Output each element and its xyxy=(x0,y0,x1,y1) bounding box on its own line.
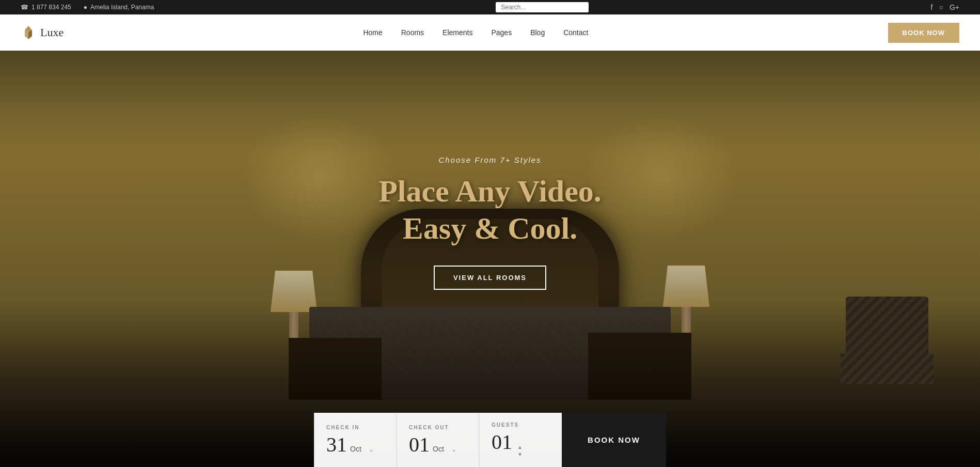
hero-title: Place Any Video. Easy & Cool. xyxy=(378,173,602,247)
guests-number: 01 xyxy=(492,432,512,453)
booking-submit-button[interactable]: BOOK NOW xyxy=(562,413,666,467)
hero-content: Choose From 7+ Styles Place Any Video. E… xyxy=(378,155,602,290)
navbar: Luxe Home Rooms Elements Pages Blog Cont… xyxy=(0,14,980,51)
checkin-day: 31 xyxy=(326,434,347,455)
topbar-phone: ☎ 1 877 834 245 xyxy=(21,4,71,11)
topbar-location: ● Amelia Island, Panama xyxy=(84,4,154,11)
guests-increment[interactable]: ▲ xyxy=(517,444,523,450)
topbar-right: f ○ G+ xyxy=(931,3,959,11)
checkin-field: CHECK IN 31 Oct ⌄ xyxy=(314,413,397,467)
location-icon: ● xyxy=(84,4,87,11)
nav-pages[interactable]: Pages xyxy=(491,28,512,37)
guests-value: 01 ▲ ▼ xyxy=(492,432,547,458)
guests-field: GUESTS 01 ▲ ▼ xyxy=(479,413,562,467)
hero-title-line2: Easy & Cool. xyxy=(403,211,577,245)
checkout-dropdown-arrow[interactable]: ⌄ xyxy=(451,446,456,454)
checkout-value: 01 Oct ⌄ xyxy=(409,434,464,455)
facebook-icon[interactable]: f xyxy=(931,3,933,11)
hero-title-line1: Place Any Video. xyxy=(378,174,602,208)
view-all-rooms-button[interactable]: VIEW ALL ROOMS xyxy=(434,266,546,290)
googleplus-icon[interactable]: G+ xyxy=(950,3,959,11)
topbar: ☎ 1 877 834 245 ● Amelia Island, Panama … xyxy=(0,0,980,14)
logo-icon xyxy=(21,25,36,40)
guests-decrement[interactable]: ▼ xyxy=(517,452,523,458)
checkin-value: 31 Oct ⌄ xyxy=(326,434,382,455)
checkin-month: Oct xyxy=(350,445,361,453)
hero-section: Choose From 7+ Styles Place Any Video. E… xyxy=(0,51,980,467)
nav-blog[interactable]: Blog xyxy=(530,28,545,37)
nav-rooms[interactable]: Rooms xyxy=(401,28,424,37)
guests-label: GUESTS xyxy=(492,422,547,428)
checkout-day: 01 xyxy=(409,434,430,455)
logo-text: Luxe xyxy=(40,26,64,39)
phone-number: 1 877 834 245 xyxy=(31,4,71,11)
nav-home[interactable]: Home xyxy=(363,28,382,37)
location-text: Amelia Island, Panama xyxy=(90,4,154,11)
nav-elements[interactable]: Elements xyxy=(442,28,472,37)
checkin-label: CHECK IN xyxy=(326,425,382,430)
instagram-icon[interactable]: ○ xyxy=(939,3,943,11)
hero-subtitle: Choose From 7+ Styles xyxy=(378,155,602,164)
nav-links: Home Rooms Elements Pages Blog Contact xyxy=(363,28,588,37)
logo[interactable]: Luxe xyxy=(21,25,64,40)
checkout-month: Oct xyxy=(433,445,444,453)
checkout-field: CHECK OUT 01 Oct ⌄ xyxy=(397,413,479,467)
search-input[interactable] xyxy=(496,2,589,12)
checkout-label: CHECK OUT xyxy=(409,425,464,430)
checkin-dropdown-arrow[interactable]: ⌄ xyxy=(369,446,374,454)
nav-contact[interactable]: Contact xyxy=(563,28,588,37)
phone-icon: ☎ xyxy=(21,4,28,11)
navbar-book-now-button[interactable]: BOOK NOW xyxy=(888,23,959,43)
booking-bar: CHECK IN 31 Oct ⌄ CHECK OUT 01 Oct ⌄ GUE… xyxy=(314,413,666,467)
topbar-left: ☎ 1 877 834 245 ● Amelia Island, Panama xyxy=(21,4,154,11)
topbar-center xyxy=(496,2,589,12)
guests-stepper[interactable]: ▲ ▼ xyxy=(517,444,523,458)
